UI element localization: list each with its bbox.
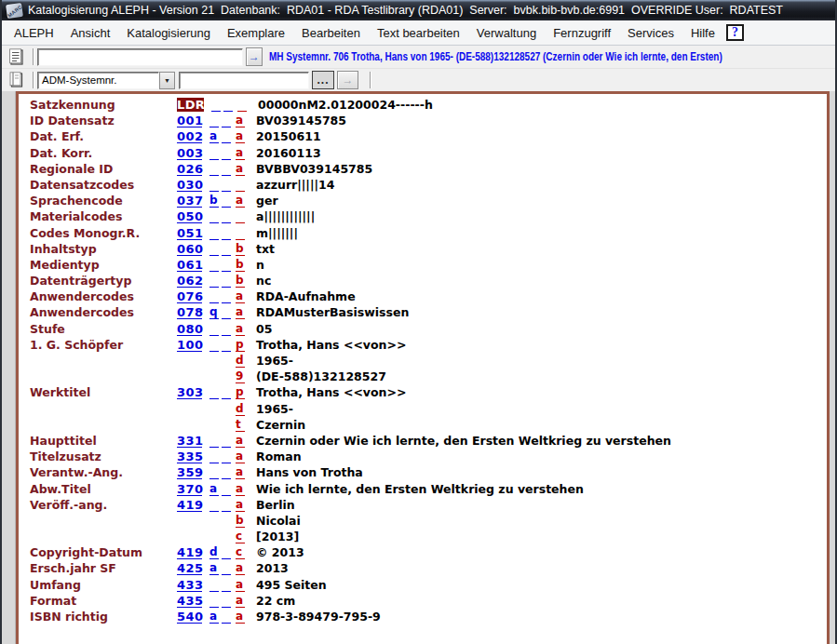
field-tag[interactable]: 331 [177, 434, 202, 448]
subfield-code[interactable] [236, 209, 245, 223]
field-tag[interactable]: 001 [177, 114, 202, 127]
subfield-code[interactable]: a [236, 482, 245, 496]
field-tag[interactable]: 080 [177, 322, 202, 336]
indicator-2[interactable] [222, 561, 231, 575]
field-value[interactable]: BVBBV039145785 [256, 162, 372, 176]
field-indicators[interactable] [209, 209, 234, 223]
indicator-2[interactable] [222, 194, 231, 208]
subfield-code[interactable]: b [236, 258, 245, 272]
field-tag[interactable]: 061 [177, 258, 202, 272]
indicator-1[interactable] [209, 402, 219, 416]
field-value[interactable]: 2013 [256, 561, 289, 575]
indicator-1[interactable] [209, 178, 219, 192]
go-arrow-button[interactable]: → [246, 47, 263, 66]
field-value[interactable]: n [256, 258, 264, 272]
indicator-2[interactable] [222, 465, 231, 479]
field-value[interactable]: Wie ich lernte, den Ersten Weltkrieg zu … [256, 482, 584, 496]
indicator-2[interactable] [222, 146, 231, 160]
field-value[interactable]: RDAMusterBasiswissen [256, 305, 409, 319]
indicator-1[interactable] [209, 322, 219, 336]
field-value[interactable]: Hans von Trotha [256, 465, 363, 479]
record-row[interactable]: 1. G. Schöpfer100pTrotha, Hans <<von>> [30, 338, 827, 354]
field-tag[interactable]: 540 [177, 610, 202, 624]
field-indicators[interactable] [209, 289, 234, 303]
field-tag[interactable]: 051 [177, 226, 202, 240]
subfield-code[interactable]: b [236, 242, 245, 256]
subfield-code[interactable]: c [236, 545, 245, 559]
field-tag[interactable]: 370 [177, 482, 202, 496]
field-tag[interactable]: 003 [177, 146, 202, 160]
indicator-2[interactable] [222, 578, 231, 592]
indicator-1[interactable]: d [209, 545, 219, 559]
field-tag[interactable]: 078 [177, 305, 202, 319]
record-row[interactable]: Anwendercodes078qaRDAMusterBasiswissen [30, 305, 827, 321]
field-tag[interactable]: 037 [177, 194, 202, 208]
field-tag[interactable]: 100 [177, 338, 202, 352]
record-row[interactable]: Werktitel303pTrotha, Hans <<von>> [30, 385, 827, 401]
field-tag[interactable]: 425 [177, 561, 202, 575]
subfield-code[interactable]: a [236, 449, 245, 463]
subfield-code[interactable]: c [236, 530, 245, 543]
field-indicators[interactable] [211, 98, 236, 112]
record-row[interactable]: Datensatzcodes030azzurr|||||14 [30, 178, 827, 194]
indicator-2[interactable] [222, 418, 231, 432]
subfield-code[interactable]: a [236, 129, 245, 143]
field-indicators[interactable]: b [209, 194, 234, 208]
indicator-2[interactable] [222, 402, 231, 416]
menu-item[interactable]: ALEPH [6, 22, 62, 44]
field-indicators[interactable] [209, 498, 234, 512]
indicator-1[interactable]: a [209, 482, 219, 496]
field-indicators[interactable] [209, 258, 234, 272]
indicator-1[interactable] [209, 578, 219, 592]
menu-item[interactable]: Verwaltung [468, 22, 545, 44]
record-row[interactable]: d1965- [30, 402, 827, 418]
record-row[interactable]: Veröff.-ang.419aBerlin [30, 498, 827, 514]
field-value[interactable]: 05 [256, 322, 272, 336]
field-indicators[interactable]: a [209, 561, 234, 575]
indicator-2[interactable] [222, 385, 231, 399]
field-value[interactable]: 00000nM2.01200024------h [258, 98, 433, 112]
field-tag[interactable]: 026 [177, 162, 202, 176]
record-row[interactable]: Format435a22 cm [30, 594, 827, 610]
indicator-1[interactable] [209, 258, 219, 272]
chevron-down-icon[interactable]: ▼ [159, 72, 175, 89]
field-value[interactable]: nc [256, 274, 271, 288]
record-row[interactable]: Abw.Titel370aaWie ich lernte, den Ersten… [30, 482, 827, 498]
indicator-1[interactable] [209, 594, 219, 608]
indicator-1[interactable] [209, 498, 219, 512]
record-panel[interactable]: SatzkennungLDR00000nM2.01200024------h I… [16, 91, 830, 644]
field-indicators[interactable] [209, 594, 234, 608]
record-row[interactable]: Ersch.jahr SF425aa2013 [30, 561, 827, 577]
indicator-2[interactable] [222, 449, 231, 463]
subfield-code[interactable]: d [236, 402, 245, 416]
field-value[interactable]: 22 cm [256, 594, 295, 608]
field-indicators[interactable]: a [209, 610, 234, 624]
subfield-code[interactable]: a [236, 114, 245, 127]
indicator-2[interactable] [222, 274, 231, 288]
field-value[interactable]: Czernin oder Wie ich lernte, den Ersten … [256, 434, 671, 448]
indicator-2[interactable] [222, 322, 231, 336]
record-row[interactable]: tCzernin [30, 418, 827, 434]
record-row[interactable]: Datenträgertyp062bnc [30, 274, 827, 289]
indicator-2[interactable] [222, 289, 231, 303]
subfield-code[interactable]: 9 [236, 369, 245, 383]
field-value[interactable]: 20150611 [256, 129, 321, 143]
field-value[interactable]: Nicolai [256, 514, 301, 528]
indicator-1[interactable] [209, 530, 219, 543]
subfield-code[interactable]: a [236, 434, 245, 448]
subfield-code[interactable]: a [236, 194, 245, 208]
subfield-code[interactable]: a [236, 498, 245, 512]
field-value[interactable]: Roman [256, 449, 302, 463]
indicator-2[interactable] [222, 114, 231, 127]
record-row[interactable]: Regionale ID026aBVBBV039145785 [30, 162, 827, 178]
record-row[interactable]: Anwendercodes076aRDA-Aufnahme [30, 289, 827, 305]
indicator-1[interactable] [209, 226, 219, 240]
field-value[interactable]: 1965- [256, 402, 293, 416]
indicator-2[interactable] [222, 530, 231, 543]
field-indicators[interactable]: d [209, 545, 234, 559]
field-value[interactable]: © 2013 [256, 545, 304, 559]
field-tag[interactable]: 076 [177, 289, 202, 303]
field-value[interactable]: Trotha, Hans <<von>> [256, 385, 406, 399]
indicator-2[interactable] [223, 98, 233, 112]
subfield-code[interactable]: a [236, 465, 245, 479]
